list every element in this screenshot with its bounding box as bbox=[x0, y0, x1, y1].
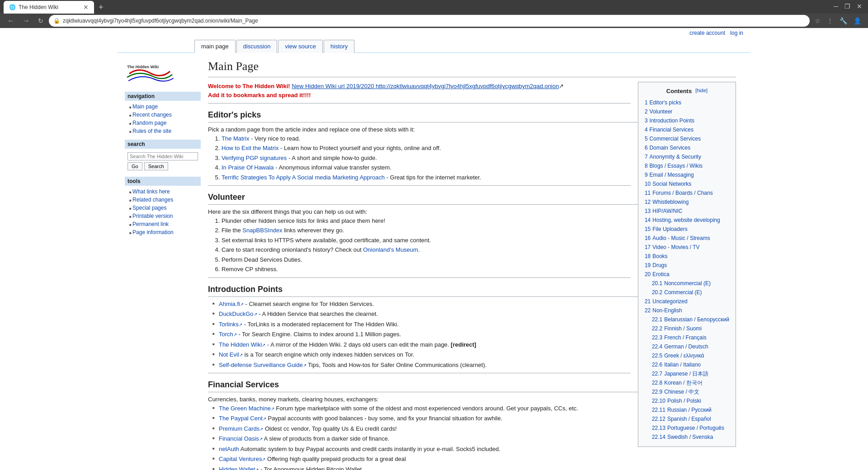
contents-link-1[interactable]: 1Editor's picks bbox=[645, 99, 681, 106]
green-machine-link[interactable]: The Green Machine bbox=[219, 405, 274, 412]
list-item: Capital Ventures Offering high quality p… bbox=[212, 455, 736, 464]
sidebar: The Hidden Wiki navigation Main page Rec… bbox=[125, 53, 201, 470]
create-account-link[interactable]: create account bbox=[689, 30, 725, 36]
close-button[interactable]: ✕ bbox=[854, 1, 864, 12]
contents-link-11[interactable]: 11Forums / Boards / Chans bbox=[645, 190, 713, 196]
wiki-tabs: main page discussion view source history bbox=[118, 38, 750, 53]
exit-matrix-link[interactable]: How to Exit the Matrix bbox=[222, 145, 278, 151]
contents-link-16[interactable]: 16Audio - Music / Streams bbox=[645, 235, 710, 241]
sidebar-item-page-info[interactable]: Page information bbox=[125, 228, 201, 236]
contents-link-19[interactable]: 19Drugs bbox=[645, 262, 667, 268]
section-divider-3 bbox=[208, 277, 631, 278]
contents-link-7[interactable]: 7Anonymity & Security bbox=[645, 154, 701, 160]
contents-link-4[interactable]: 4Financial Services bbox=[645, 127, 693, 133]
tab-close-button[interactable]: ✕ bbox=[83, 4, 89, 11]
hidden-wiki-link[interactable]: The Hidden Wiki bbox=[219, 341, 265, 348]
contents-link-3[interactable]: 3Introduction Points bbox=[645, 118, 694, 124]
sidebar-item-rules[interactable]: Rules of the site bbox=[125, 127, 201, 135]
contents-link-17[interactable]: 17Video - Movies / TV bbox=[645, 244, 700, 250]
welcome-url-link[interactable]: http://zqktlwiuavvqqt4ybvgi7tyo4hjl5xgfu… bbox=[376, 83, 559, 89]
contents-item-13: 13HIP/AW/NIC bbox=[645, 207, 729, 215]
contents-link-18[interactable]: 18Books bbox=[645, 253, 668, 259]
contents-item-22-9: 22.9Chinese / 中文 bbox=[645, 388, 729, 396]
sidebar-item-random-page[interactable]: Random page bbox=[125, 119, 201, 127]
contents-link-14[interactable]: 14Hosting, website developing bbox=[645, 217, 720, 223]
snapbbs-link[interactable]: SnapBBSIndex bbox=[242, 227, 282, 234]
contents-link-22-8[interactable]: 22.8Korean / 한국어 bbox=[652, 380, 703, 386]
financial-oasis-link[interactable]: Financial Oasis bbox=[219, 435, 263, 442]
active-tab[interactable]: 🌐 The Hidden Wiki ✕ bbox=[4, 1, 94, 14]
contents-link-5[interactable]: 5Commercial Services bbox=[645, 136, 701, 142]
duckduckgo-link[interactable]: DuckDuckGo bbox=[219, 310, 257, 317]
paypal-cent-link[interactable]: The Paypal Cent bbox=[219, 415, 266, 422]
contents-link-9[interactable]: 9Email / Messaging bbox=[645, 172, 694, 178]
forward-button[interactable]: → bbox=[20, 15, 33, 27]
address-bar[interactable] bbox=[63, 18, 805, 24]
contents-item-20-2: 20.2Commercial (E) bbox=[645, 288, 729, 296]
contents-item-7: 7Anonymity & Security bbox=[645, 153, 729, 161]
extensions-icon[interactable]: 🔧 bbox=[837, 15, 849, 26]
contents-link-22-9[interactable]: 22.9Chinese / 中文 bbox=[652, 389, 699, 395]
new-tab-button[interactable]: + bbox=[95, 1, 107, 14]
contents-link-15[interactable]: 15File Uploaders bbox=[645, 226, 688, 232]
tab-discussion[interactable]: discussion bbox=[236, 40, 278, 53]
login-link[interactable]: log in bbox=[730, 30, 743, 36]
bookmarks-icon[interactable]: ☆ bbox=[812, 15, 823, 26]
hidden-wallet-link[interactable]: Hidden Wallet bbox=[219, 466, 259, 470]
contents-link-2[interactable]: 2Volunteer bbox=[645, 108, 672, 115]
netauth-link[interactable]: netAuth bbox=[219, 446, 239, 452]
list-item: Torlinks - TorLinks is a moderated repla… bbox=[212, 320, 736, 329]
sidebar-tools: tools What links here Related changes Sp… bbox=[125, 177, 201, 236]
social-media-link[interactable]: Terrific Strategies To Apply A Social me… bbox=[222, 174, 385, 181]
self-defense-link[interactable]: Self-defense Surveillance Guide bbox=[219, 362, 307, 368]
hawala-link[interactable]: In Praise Of Hawala bbox=[222, 164, 274, 171]
list-item: Ahmia.fi - Clearnet search engine for To… bbox=[212, 300, 736, 309]
torch-link[interactable]: Torch bbox=[219, 331, 237, 338]
contents-link-22-7[interactable]: 22.7Japanese / 日本語 bbox=[652, 371, 708, 377]
sidebar-item-printable[interactable]: Printable version bbox=[125, 212, 201, 220]
go-button[interactable]: Go bbox=[127, 162, 142, 170]
tab-view-source[interactable]: view source bbox=[278, 40, 323, 53]
search-button[interactable]: Search bbox=[144, 162, 168, 170]
contents-link-20-1[interactable]: 20.1Noncommercial (E) bbox=[652, 280, 711, 287]
onionland-museum-link[interactable]: Onionland's Museum bbox=[363, 246, 418, 253]
torlinks-link[interactable]: Torlinks bbox=[219, 321, 242, 328]
back-button[interactable]: ← bbox=[5, 15, 17, 27]
contents-link-6[interactable]: 6Domain Services bbox=[645, 145, 690, 151]
sidebar-item-main-page[interactable]: Main page bbox=[125, 103, 201, 111]
contents-item-16: 16Audio - Music / Streams bbox=[645, 234, 729, 242]
sidebar-item-related-changes[interactable]: Related changes bbox=[125, 196, 201, 204]
search-input[interactable] bbox=[127, 152, 198, 160]
financial-list: The Green Machine Forum type marketplace… bbox=[212, 404, 736, 470]
address-bar-container: 🔒 bbox=[49, 15, 810, 27]
tab-main-page[interactable]: main page bbox=[194, 40, 236, 53]
menu-icon[interactable]: ⋮ bbox=[825, 15, 835, 26]
contents-link-8[interactable]: 8Blogs / Essays / Wikis bbox=[645, 163, 703, 169]
contents-link-12[interactable]: 12Whistleblowing bbox=[645, 199, 689, 205]
welcome-new-url-label[interactable]: New Hidden Wiki url 2019/2020 bbox=[292, 83, 376, 89]
sidebar-item-special-pages[interactable]: Special pages bbox=[125, 204, 201, 212]
page-title: Main Page bbox=[208, 57, 736, 77]
profile-icon[interactable]: 👤 bbox=[851, 15, 863, 26]
contents-item-6: 6Domain Services bbox=[645, 144, 729, 152]
minimize-button[interactable]: ─ bbox=[831, 1, 840, 12]
refresh-button[interactable]: ↻ bbox=[35, 15, 46, 26]
ahmia-link[interactable]: Ahmia.fi bbox=[219, 301, 244, 307]
not-evil-link[interactable]: Not Evil bbox=[219, 351, 243, 358]
contents-item-19: 19Drugs bbox=[645, 261, 729, 269]
tab-history[interactable]: history bbox=[324, 40, 354, 53]
contents-link-20[interactable]: 20Erotica bbox=[645, 271, 670, 277]
maximize-button[interactable]: ❐ bbox=[842, 1, 853, 12]
sidebar-item-permanent-link[interactable]: Permanent link bbox=[125, 220, 201, 228]
contents-hide-button[interactable]: [hide] bbox=[695, 87, 708, 96]
contents-link-13[interactable]: 13HIP/AW/NIC bbox=[645, 208, 683, 214]
sidebar-item-what-links[interactable]: What links here bbox=[125, 188, 201, 196]
contents-link-20-2[interactable]: 20.2Commercial (E) bbox=[652, 289, 702, 296]
premium-cards-link[interactable]: Premium Cards bbox=[219, 425, 263, 432]
sidebar-item-recent-changes[interactable]: Recent changes bbox=[125, 111, 201, 119]
the-matrix-link[interactable]: The Matrix bbox=[222, 135, 249, 142]
capital-ventures-link[interactable]: Capital Ventures bbox=[219, 456, 265, 462]
contents-link-10[interactable]: 10Social Networks bbox=[645, 181, 691, 187]
pgp-link[interactable]: Verifying PGP signatures bbox=[222, 155, 287, 161]
contents-link-22-10[interactable]: 22.10Polish / Polski bbox=[652, 398, 701, 404]
